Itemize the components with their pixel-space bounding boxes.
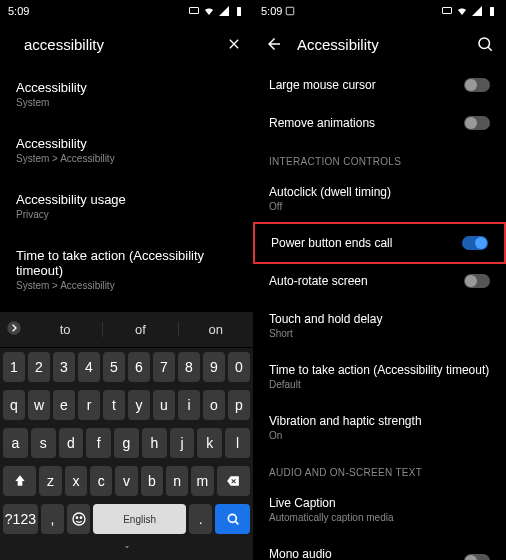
key-r[interactable]: r [78, 390, 100, 420]
key-e[interactable]: e [53, 390, 75, 420]
left-phone-search: 5:09 AccessibilitySystem AccessibilitySy… [0, 0, 253, 560]
svg-point-6 [73, 513, 85, 525]
svg-rect-0 [190, 8, 199, 14]
key-f[interactable]: f [86, 428, 111, 458]
chevron-down-icon[interactable] [120, 542, 134, 552]
key-4[interactable]: 4 [78, 352, 100, 382]
shift-key[interactable] [3, 466, 36, 496]
nav-bar [0, 538, 253, 556]
toggle-switch[interactable] [464, 554, 490, 561]
key-6[interactable]: 6 [128, 352, 150, 382]
key-l[interactable]: l [225, 428, 250, 458]
toggle-switch[interactable] [464, 274, 490, 288]
key-c[interactable]: c [90, 466, 112, 496]
setting-item[interactable]: Live CaptionAutomatically caption media [253, 484, 506, 535]
status-bar: 5:09 [0, 0, 253, 22]
key-a[interactable]: a [3, 428, 28, 458]
result-item[interactable]: Time to take action (Accessibility timeo… [0, 234, 253, 305]
setting-item[interactable]: Time to take action (Accessibility timeo… [253, 351, 506, 402]
status-icons [441, 5, 498, 17]
setting-title: Remove animations [269, 116, 464, 130]
key-i[interactable]: i [178, 390, 200, 420]
key-p[interactable]: p [228, 390, 250, 420]
clear-icon[interactable] [226, 35, 242, 53]
settings-header: Accessibility [253, 22, 506, 66]
key-?123[interactable]: ?123 [3, 504, 38, 534]
key-g[interactable]: g [114, 428, 139, 458]
key-d[interactable]: d [59, 428, 84, 458]
suggestion[interactable]: to [28, 322, 103, 337]
result-item[interactable]: Accessibility usagePrivacy [0, 178, 253, 234]
emoji-key[interactable] [67, 504, 90, 534]
suggestion-row: to of on [0, 312, 253, 348]
picture-icon [285, 6, 295, 16]
key-z[interactable]: z [39, 466, 61, 496]
setting-item[interactable]: Autoclick (dwell timing)Off [253, 173, 506, 224]
status-time: 5:09 [8, 5, 29, 17]
status-time: 5:09 [261, 5, 295, 17]
key-1[interactable]: 1 [3, 352, 25, 382]
key-0[interactable]: 0 [228, 352, 250, 382]
key-x[interactable]: x [65, 466, 87, 496]
result-item[interactable]: AccessibilitySystem > Accessibility [0, 122, 253, 178]
expand-icon[interactable] [0, 320, 28, 340]
toggle-switch[interactable] [464, 116, 490, 130]
search-results: AccessibilitySystem AccessibilitySystem … [0, 66, 253, 312]
setting-item[interactable]: Power button ends call [253, 222, 506, 264]
suggestion[interactable]: of [103, 322, 178, 337]
key-u[interactable]: u [153, 390, 175, 420]
svg-line-10 [235, 521, 238, 524]
toggle-switch[interactable] [462, 236, 488, 250]
key-v[interactable]: v [115, 466, 137, 496]
setting-item[interactable]: Mono audioCombine channels when playing … [253, 535, 506, 560]
suggestion[interactable]: on [179, 322, 253, 337]
key-j[interactable]: j [170, 428, 195, 458]
setting-item[interactable]: Auto-rotate screen [253, 262, 506, 300]
backspace-key[interactable] [217, 466, 250, 496]
svg-rect-11 [287, 7, 295, 15]
setting-item[interactable]: Touch and hold delayShort [253, 300, 506, 351]
search-icon[interactable] [476, 35, 494, 53]
status-bar: 5:09 [253, 0, 506, 22]
svg-line-15 [488, 47, 492, 51]
key-5[interactable]: 5 [103, 352, 125, 382]
setting-subtitle: On [269, 430, 490, 441]
result-item[interactable]: AccessibilitySystem [0, 66, 253, 122]
key-m[interactable]: m [191, 466, 213, 496]
toggle-switch[interactable] [464, 78, 490, 92]
key-k[interactable]: k [197, 428, 222, 458]
key-s[interactable]: s [31, 428, 56, 458]
search-input[interactable] [24, 36, 214, 53]
battery-icon [233, 5, 245, 17]
key-2[interactable]: 2 [28, 352, 50, 382]
result-item[interactable]: Accessibility MenuSystem > Accessibility [0, 305, 253, 312]
casting-icon [188, 5, 200, 17]
search-key[interactable] [215, 504, 250, 534]
key-.[interactable]: . [189, 504, 212, 534]
key-b[interactable]: b [141, 466, 163, 496]
setting-item[interactable]: Remove animations [253, 104, 506, 142]
setting-item[interactable]: Vibration and haptic strengthOn [253, 402, 506, 453]
key-q[interactable]: q [3, 390, 25, 420]
key-t[interactable]: t [103, 390, 125, 420]
key-,[interactable]: , [41, 504, 64, 534]
key-o[interactable]: o [203, 390, 225, 420]
svg-rect-12 [443, 8, 452, 14]
setting-item[interactable]: Large mouse cursor [253, 66, 506, 104]
key-7[interactable]: 7 [153, 352, 175, 382]
battery-icon [486, 5, 498, 17]
setting-subtitle: Short [269, 328, 490, 339]
key-y[interactable]: y [128, 390, 150, 420]
svg-point-14 [479, 38, 490, 49]
key-English[interactable]: English [93, 504, 186, 534]
key-9[interactable]: 9 [203, 352, 225, 382]
key-8[interactable]: 8 [178, 352, 200, 382]
back-icon[interactable] [265, 35, 283, 53]
section-header: INTERACTION CONTROLS [253, 142, 506, 173]
casting-icon [441, 5, 453, 17]
setting-title: Time to take action (Accessibility timeo… [269, 363, 490, 377]
key-h[interactable]: h [142, 428, 167, 458]
key-3[interactable]: 3 [53, 352, 75, 382]
key-w[interactable]: w [28, 390, 50, 420]
key-n[interactable]: n [166, 466, 188, 496]
